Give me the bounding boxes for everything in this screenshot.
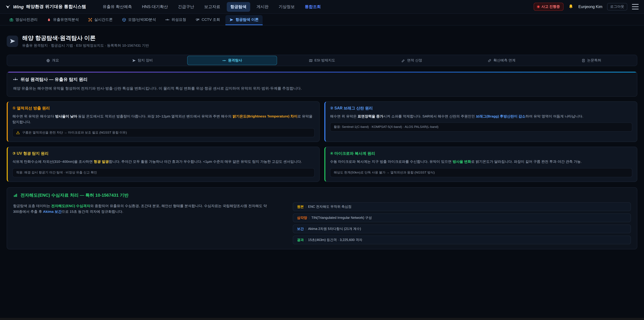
remote-sensing-section: 위성 원격탐사 — 유출유 탐지 원리 해양 유출유는 해수면에 유막을 형성하… xyxy=(7,72,637,97)
section-title: 위성 원격탐사 — 유출유 탐지 원리 xyxy=(20,77,88,83)
card-title: ① 열적외선 방출 원리 xyxy=(12,106,314,111)
nav-item-weather-info[interactable]: 기상정보 xyxy=(275,2,298,12)
main-menu: 유출유 확산예측 HNS·대기확산 긴급구난 보고자료 항공탐색 게시판 기상정… xyxy=(99,2,324,12)
card-body: 석유계 탄화수소에 자외선(310~400nm)을 조사하면 형광 발광합니다.… xyxy=(12,159,314,165)
logout-button[interactable]: 로그아웃 xyxy=(607,3,627,11)
card-note: 구름은 열적외선을 완전 차단 → 마이크로파 보조 필요 (NGSST 융합 … xyxy=(12,128,314,137)
card-thermal-infrared: ① 열적외선 방출 원리 해수면 위 유막은 해수보다 방사율이 낮아 동일 온… xyxy=(7,101,320,142)
card-note-text: 적용: 해경 감시 항공기 야간 탐색 · 비정상 유출 신고 확인 xyxy=(16,170,97,175)
card-body-segment: 로 밝기온도가 달라집니다. 파장이 길어 구름 완전 투과·야간 관측 가능. xyxy=(471,159,582,163)
menu-icon[interactable] xyxy=(632,4,639,10)
theory-tab-bar: 개요 탐지 장비 원격탐사 ESI 방제지도 면적 산정 확산예측 연계 xyxy=(7,55,637,66)
plane-icon xyxy=(132,59,136,62)
card-title: ② SAR 브래그 산란 원리 xyxy=(330,106,632,111)
subnav-tab-image-photo-management[interactable]: 영상사진관리 xyxy=(5,15,42,25)
document-icon xyxy=(582,59,585,62)
enc-row-label: 보간 xyxy=(297,226,304,231)
sub-navigation: 영상사진관리 유출유면적분석 실시간드론 오염/선박3D분석 위성요청 CCTV… xyxy=(0,14,644,26)
enc-row-separator: : xyxy=(306,205,306,208)
notification-bell-icon[interactable] xyxy=(568,4,574,10)
card-body-segment: 하여 유막 영역이 어둡게 나타납니다. xyxy=(526,114,583,118)
card-body-segment: 방사율 변화 xyxy=(452,159,471,163)
droplet-analysis-icon xyxy=(47,18,51,22)
card-microwave-radiometer: ④ 마이크로파 복사계 원리 수동 마이크로파 복사계는 지구 방출 마이크로파… xyxy=(324,147,637,182)
tab-label: 확산예측 연계 xyxy=(494,58,516,63)
tab-esi-map[interactable]: ESI 방제지도 xyxy=(277,56,367,65)
card-body-segment: 동일 온도에서도 적외선 방출량이 다릅니다. 파장 10~12μm 열적외선 … xyxy=(77,114,232,118)
map-icon xyxy=(309,59,312,62)
tab-papers-patents[interactable]: 논문특허 xyxy=(546,56,636,65)
page-icon-box xyxy=(7,36,18,47)
card-title: ③ UV 형광 탐지 원리 xyxy=(12,151,314,156)
topnav-right: 사고 진행중 Eunjeong Kim 로그아웃 xyxy=(534,3,639,11)
enc-row-text: Akima 2차원 5차다항식 (21개 계수) xyxy=(308,226,361,231)
enc-row-interpolation: 보간 : Akima 2차원 5차다항식 (21개 계수) xyxy=(293,224,631,233)
subnav-label: 위성요청 xyxy=(172,17,186,22)
subnav-label: CCTV 조회 xyxy=(202,17,220,22)
page-header: 해양 항공탐색·원격탐사 이론 유출유 원격탐지 · 항공감시 기법 · ESI… xyxy=(7,34,637,48)
subnav-tab-oil-area-analysis[interactable]: 유출유면적분석 xyxy=(43,15,83,25)
card-body-segment: 석유계 탄화수소에 자외선(310~400nm)을 조사하면 xyxy=(12,159,94,163)
card-body: 해수면 위 유막은 해수보다 방사율이 낮아 동일 온도에서도 적외선 방출량이… xyxy=(12,113,314,125)
enc-row-separator: : xyxy=(306,238,306,242)
paper-plane-icon xyxy=(230,18,234,22)
card-body-segment: 형광 발광 xyxy=(94,159,109,163)
tab-label: ESI 방제지도 xyxy=(314,58,335,63)
principle-cards-grid: ① 열적외선 방출 원리 해수면 위 유막은 해수보다 방사율이 낮아 동일 온… xyxy=(7,101,637,182)
enc-body: 항공탐색 표층 데이터는 전자해도(ENC) 수심격자와 종합되어 유출유의 수… xyxy=(13,202,631,244)
subnav-label: 오염/선박3D분석 xyxy=(128,17,156,22)
bar-chart-icon xyxy=(13,193,18,197)
pencil-icon xyxy=(402,59,405,62)
card-body-segment: 밝기온도(Brightness Temperature) 차이 xyxy=(232,114,297,118)
subnav-label: 영상사진관리 xyxy=(16,17,38,22)
brand-home-link[interactable]: Wing 해양환경 위기대응 통합시스템 xyxy=(5,4,86,10)
tab-area-calculation[interactable]: 면적 산정 xyxy=(367,56,457,65)
nav-item-hns-atmospheric[interactable]: HNS·대기확산 xyxy=(138,2,172,12)
page-header-text: 해양 항공탐색·원격탐사 이론 유출유 원격탐지 · 항공감시 기법 · ESI… xyxy=(22,34,149,48)
subnav-tab-aerial-search-theory[interactable]: 항공탐색 이론 xyxy=(226,15,263,25)
tab-remote-sensing[interactable]: 원격탐사 xyxy=(187,56,277,65)
tab-overview[interactable]: 개요 xyxy=(8,56,98,65)
card-note-text: 구름은 열적외선을 완전 차단 → 마이크로파 보조 필요 (NGSST 융합 … xyxy=(22,131,127,135)
subnav-label: 실시간드론 xyxy=(94,17,113,22)
card-note: 적용: 해경 감시 항공기 야간 탐색 · 비정상 유출 신고 확인 xyxy=(12,168,314,177)
incident-status-badge[interactable]: 사고 진행중 xyxy=(534,3,564,11)
enc-section-title: 전자해도(ENC) 수심자료 처리 — 특허 10-1567431 기반 xyxy=(20,192,128,198)
enc-desc-segment: 항공탐색 표층 데이터는 xyxy=(13,204,51,208)
enc-desc-segment: Akima 보간 xyxy=(43,210,62,214)
link-icon xyxy=(488,59,492,62)
card-note: 활용: Sentinel-1(C-band) · KOMPSAT-5(X-ban… xyxy=(330,123,632,132)
nav-item-oil-spill-prediction[interactable]: 유출유 확산예측 xyxy=(99,2,136,12)
nav-item-emergency-rescue[interactable]: 긴급구난 xyxy=(174,2,198,12)
tab-prediction-link[interactable]: 확산예측 연계 xyxy=(457,56,546,65)
tab-label: 논문특허 xyxy=(587,58,601,63)
subnav-tab-pollution-ship-3d[interactable]: 오염/선박3D분석 xyxy=(118,15,160,25)
nav-item-board[interactable]: 게시판 xyxy=(253,2,272,12)
drone-icon xyxy=(88,18,92,22)
page-subtitle: 유출유 원격탐지 · 항공감시 기법 · ESI 방제정보지도 · 등록특허 1… xyxy=(22,43,149,48)
nav-item-integrated-search[interactable]: 통합조회 xyxy=(301,2,324,12)
enc-row-separator: : xyxy=(309,216,310,219)
camera-icon xyxy=(10,18,14,22)
subnav-tab-realtime-drone[interactable]: 실시간드론 xyxy=(84,15,117,25)
app-root: Wing 해양환경 위기대응 통합시스템 유출유 확산예측 HNS·대기확산 긴… xyxy=(0,0,644,320)
nav-item-reports[interactable]: 보고자료 xyxy=(200,2,224,12)
card-uv-fluorescence: ③ UV 형광 탐지 원리 석유계 탄화수소에 자외선(310~400nm)을 … xyxy=(7,147,320,182)
tab-label: 면적 산정 xyxy=(407,58,422,63)
status-dot-icon xyxy=(537,6,539,8)
cctv-icon xyxy=(196,18,200,22)
user-name[interactable]: Eunjeong Kim xyxy=(578,5,602,9)
enc-row-tin: 삼각망 : TIN(Triangulated Irregular Network… xyxy=(293,213,631,222)
card-title: ④ 마이크로파 복사계 원리 xyxy=(330,151,632,156)
subnav-tab-satellite-request[interactable]: 위성요청 xyxy=(161,15,190,25)
enc-desc-segment: 으로 15초 등간격 격자에 정규화합니다. xyxy=(62,210,123,214)
tab-detection-equipment[interactable]: 탐지 장비 xyxy=(98,56,187,65)
card-note-text: 해상도 한계(50km)로 단독 사용 불가 → 열적외선과 융합 (NGSST… xyxy=(334,170,435,175)
enc-row-source: 원본 : ENC 전자해도 무작위 측심점 xyxy=(293,202,631,211)
subnav-tab-cctv-view[interactable]: CCTV 조회 xyxy=(192,15,224,25)
enc-title-row: 전자해도(ENC) 수심자료 처리 — 특허 10-1567431 기반 xyxy=(13,192,631,198)
warning-icon xyxy=(16,131,20,135)
card-body-segment: 브래그(Bragg) 후방산란이 감소 xyxy=(476,114,526,118)
section-description: 해양 유출유는 해수면에 유막을 형성하여 전자기파 반사·방출·산란 특성을 … xyxy=(13,86,631,92)
nav-item-aerial-search[interactable]: 항공탐색 xyxy=(226,2,250,12)
